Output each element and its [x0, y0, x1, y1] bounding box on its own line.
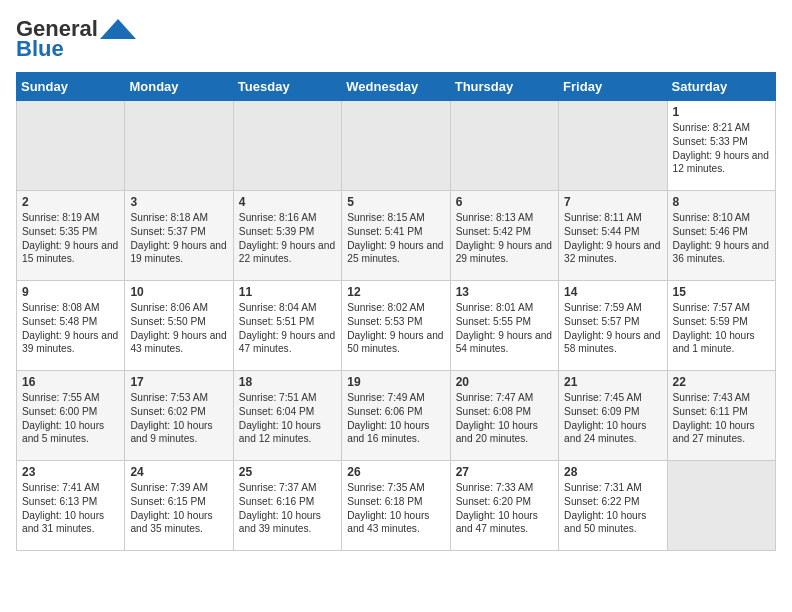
- calendar-cell: [233, 101, 341, 191]
- calendar-cell: 6Sunrise: 8:13 AM Sunset: 5:42 PM Daylig…: [450, 191, 558, 281]
- day-detail: Sunrise: 7:59 AM Sunset: 5:57 PM Dayligh…: [564, 301, 661, 356]
- calendar-cell: 15Sunrise: 7:57 AM Sunset: 5:59 PM Dayli…: [667, 281, 775, 371]
- day-number: 11: [239, 285, 336, 299]
- calendar-cell: [559, 101, 667, 191]
- day-number: 6: [456, 195, 553, 209]
- day-number: 20: [456, 375, 553, 389]
- day-detail: Sunrise: 7:45 AM Sunset: 6:09 PM Dayligh…: [564, 391, 661, 446]
- day-detail: Sunrise: 7:33 AM Sunset: 6:20 PM Dayligh…: [456, 481, 553, 536]
- calendar-cell: 24Sunrise: 7:39 AM Sunset: 6:15 PM Dayli…: [125, 461, 233, 551]
- day-detail: Sunrise: 8:15 AM Sunset: 5:41 PM Dayligh…: [347, 211, 444, 266]
- day-number: 19: [347, 375, 444, 389]
- calendar-cell: 21Sunrise: 7:45 AM Sunset: 6:09 PM Dayli…: [559, 371, 667, 461]
- day-number: 13: [456, 285, 553, 299]
- day-detail: Sunrise: 8:01 AM Sunset: 5:55 PM Dayligh…: [456, 301, 553, 356]
- calendar-cell: 16Sunrise: 7:55 AM Sunset: 6:00 PM Dayli…: [17, 371, 125, 461]
- day-number: 14: [564, 285, 661, 299]
- day-detail: Sunrise: 8:11 AM Sunset: 5:44 PM Dayligh…: [564, 211, 661, 266]
- day-detail: Sunrise: 8:10 AM Sunset: 5:46 PM Dayligh…: [673, 211, 770, 266]
- day-number: 8: [673, 195, 770, 209]
- page-header: General Blue: [16, 16, 776, 62]
- weekday-header-tuesday: Tuesday: [233, 73, 341, 101]
- calendar-cell: 10Sunrise: 8:06 AM Sunset: 5:50 PM Dayli…: [125, 281, 233, 371]
- calendar-cell: 14Sunrise: 7:59 AM Sunset: 5:57 PM Dayli…: [559, 281, 667, 371]
- day-number: 18: [239, 375, 336, 389]
- day-number: 3: [130, 195, 227, 209]
- day-detail: Sunrise: 7:55 AM Sunset: 6:00 PM Dayligh…: [22, 391, 119, 446]
- day-number: 26: [347, 465, 444, 479]
- calendar-table: SundayMondayTuesdayWednesdayThursdayFrid…: [16, 72, 776, 551]
- day-number: 25: [239, 465, 336, 479]
- calendar-cell: [125, 101, 233, 191]
- weekday-header-friday: Friday: [559, 73, 667, 101]
- day-number: 2: [22, 195, 119, 209]
- weekday-header-row: SundayMondayTuesdayWednesdayThursdayFrid…: [17, 73, 776, 101]
- day-number: 1: [673, 105, 770, 119]
- calendar-cell: 25Sunrise: 7:37 AM Sunset: 6:16 PM Dayli…: [233, 461, 341, 551]
- calendar-week-row: 23Sunrise: 7:41 AM Sunset: 6:13 PM Dayli…: [17, 461, 776, 551]
- calendar-week-row: 16Sunrise: 7:55 AM Sunset: 6:00 PM Dayli…: [17, 371, 776, 461]
- calendar-cell: 26Sunrise: 7:35 AM Sunset: 6:18 PM Dayli…: [342, 461, 450, 551]
- calendar-week-row: 9Sunrise: 8:08 AM Sunset: 5:48 PM Daylig…: [17, 281, 776, 371]
- day-number: 24: [130, 465, 227, 479]
- calendar-cell: 20Sunrise: 7:47 AM Sunset: 6:08 PM Dayli…: [450, 371, 558, 461]
- day-number: 15: [673, 285, 770, 299]
- day-number: 27: [456, 465, 553, 479]
- calendar-cell: 17Sunrise: 7:53 AM Sunset: 6:02 PM Dayli…: [125, 371, 233, 461]
- svg-marker-0: [100, 19, 136, 39]
- calendar-cell: [450, 101, 558, 191]
- day-number: 7: [564, 195, 661, 209]
- logo: General Blue: [16, 16, 136, 62]
- day-detail: Sunrise: 7:35 AM Sunset: 6:18 PM Dayligh…: [347, 481, 444, 536]
- calendar-week-row: 2Sunrise: 8:19 AM Sunset: 5:35 PM Daylig…: [17, 191, 776, 281]
- weekday-header-thursday: Thursday: [450, 73, 558, 101]
- day-detail: Sunrise: 8:16 AM Sunset: 5:39 PM Dayligh…: [239, 211, 336, 266]
- day-number: 28: [564, 465, 661, 479]
- day-number: 5: [347, 195, 444, 209]
- day-detail: Sunrise: 8:21 AM Sunset: 5:33 PM Dayligh…: [673, 121, 770, 176]
- calendar-cell: [667, 461, 775, 551]
- day-detail: Sunrise: 7:49 AM Sunset: 6:06 PM Dayligh…: [347, 391, 444, 446]
- calendar-cell: 1Sunrise: 8:21 AM Sunset: 5:33 PM Daylig…: [667, 101, 775, 191]
- day-detail: Sunrise: 7:31 AM Sunset: 6:22 PM Dayligh…: [564, 481, 661, 536]
- day-detail: Sunrise: 7:57 AM Sunset: 5:59 PM Dayligh…: [673, 301, 770, 356]
- day-detail: Sunrise: 7:39 AM Sunset: 6:15 PM Dayligh…: [130, 481, 227, 536]
- calendar-cell: 28Sunrise: 7:31 AM Sunset: 6:22 PM Dayli…: [559, 461, 667, 551]
- calendar-cell: 8Sunrise: 8:10 AM Sunset: 5:46 PM Daylig…: [667, 191, 775, 281]
- calendar-cell: 13Sunrise: 8:01 AM Sunset: 5:55 PM Dayli…: [450, 281, 558, 371]
- day-number: 23: [22, 465, 119, 479]
- day-detail: Sunrise: 7:47 AM Sunset: 6:08 PM Dayligh…: [456, 391, 553, 446]
- calendar-cell: 22Sunrise: 7:43 AM Sunset: 6:11 PM Dayli…: [667, 371, 775, 461]
- day-detail: Sunrise: 8:19 AM Sunset: 5:35 PM Dayligh…: [22, 211, 119, 266]
- day-detail: Sunrise: 8:08 AM Sunset: 5:48 PM Dayligh…: [22, 301, 119, 356]
- weekday-header-saturday: Saturday: [667, 73, 775, 101]
- calendar-cell: 9Sunrise: 8:08 AM Sunset: 5:48 PM Daylig…: [17, 281, 125, 371]
- calendar-cell: 4Sunrise: 8:16 AM Sunset: 5:39 PM Daylig…: [233, 191, 341, 281]
- day-number: 16: [22, 375, 119, 389]
- day-detail: Sunrise: 7:43 AM Sunset: 6:11 PM Dayligh…: [673, 391, 770, 446]
- day-detail: Sunrise: 7:53 AM Sunset: 6:02 PM Dayligh…: [130, 391, 227, 446]
- day-number: 10: [130, 285, 227, 299]
- weekday-header-sunday: Sunday: [17, 73, 125, 101]
- day-detail: Sunrise: 8:02 AM Sunset: 5:53 PM Dayligh…: [347, 301, 444, 356]
- calendar-cell: 5Sunrise: 8:15 AM Sunset: 5:41 PM Daylig…: [342, 191, 450, 281]
- calendar-cell: [17, 101, 125, 191]
- calendar-cell: 2Sunrise: 8:19 AM Sunset: 5:35 PM Daylig…: [17, 191, 125, 281]
- calendar-cell: 18Sunrise: 7:51 AM Sunset: 6:04 PM Dayli…: [233, 371, 341, 461]
- day-number: 4: [239, 195, 336, 209]
- calendar-cell: [342, 101, 450, 191]
- weekday-header-monday: Monday: [125, 73, 233, 101]
- day-detail: Sunrise: 7:37 AM Sunset: 6:16 PM Dayligh…: [239, 481, 336, 536]
- day-detail: Sunrise: 7:51 AM Sunset: 6:04 PM Dayligh…: [239, 391, 336, 446]
- day-number: 12: [347, 285, 444, 299]
- calendar-cell: 27Sunrise: 7:33 AM Sunset: 6:20 PM Dayli…: [450, 461, 558, 551]
- day-number: 17: [130, 375, 227, 389]
- weekday-header-wednesday: Wednesday: [342, 73, 450, 101]
- day-detail: Sunrise: 8:06 AM Sunset: 5:50 PM Dayligh…: [130, 301, 227, 356]
- day-detail: Sunrise: 8:18 AM Sunset: 5:37 PM Dayligh…: [130, 211, 227, 266]
- calendar-cell: 7Sunrise: 8:11 AM Sunset: 5:44 PM Daylig…: [559, 191, 667, 281]
- calendar-cell: 11Sunrise: 8:04 AM Sunset: 5:51 PM Dayli…: [233, 281, 341, 371]
- calendar-cell: 19Sunrise: 7:49 AM Sunset: 6:06 PM Dayli…: [342, 371, 450, 461]
- calendar-cell: 12Sunrise: 8:02 AM Sunset: 5:53 PM Dayli…: [342, 281, 450, 371]
- day-detail: Sunrise: 8:13 AM Sunset: 5:42 PM Dayligh…: [456, 211, 553, 266]
